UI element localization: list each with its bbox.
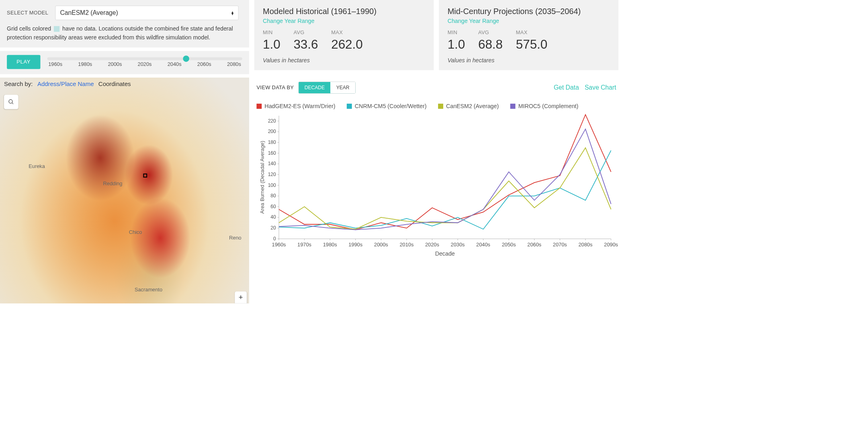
city-label-redding: Redding <box>103 181 123 187</box>
svg-text:2050s: 2050s <box>502 242 516 248</box>
search-coords-link[interactable]: Coordinates <box>98 80 131 87</box>
units-hint: Values in hectares <box>263 57 425 64</box>
legend-item[interactable]: MIROC5 (Complement) <box>510 103 579 109</box>
svg-text:1980s: 1980s <box>323 242 337 248</box>
change-year-range-link[interactable]: Change Year Range <box>263 18 425 24</box>
legend-swatch <box>347 104 352 109</box>
city-label-reno: Reno <box>229 235 242 241</box>
avg-label: AVG <box>293 29 318 35</box>
max-value: 575.0 <box>516 37 547 52</box>
timeline-tick: 1960s <box>48 61 62 67</box>
decade-toggle[interactable]: DECADE <box>299 82 330 94</box>
svg-text:2060s: 2060s <box>527 242 541 248</box>
nodata-swatch <box>54 26 59 32</box>
svg-text:2040s: 2040s <box>476 242 490 248</box>
svg-text:1990s: 1990s <box>348 242 362 248</box>
svg-text:2090s: 2090s <box>604 242 618 248</box>
city-label-sacramento: Sacramento <box>135 287 162 293</box>
timeline-tick: 2080s <box>227 61 241 67</box>
timeline-tick: 2040s <box>168 61 182 67</box>
svg-text:2080s: 2080s <box>578 242 592 248</box>
svg-text:2030s: 2030s <box>451 242 465 248</box>
slider-thumb[interactable] <box>183 55 190 62</box>
chart-legend: HadGEM2-ES (Warm/Drier)CNRM-CM5 (Cooler/… <box>254 103 618 109</box>
zoom-controls: + <box>235 291 247 303</box>
legend-item[interactable]: CanESM2 (Average) <box>438 103 499 109</box>
zoom-in-button[interactable]: + <box>235 291 247 303</box>
svg-text:Decade: Decade <box>435 250 455 257</box>
svg-text:20: 20 <box>270 225 276 231</box>
min-label: MIN <box>263 29 280 35</box>
timeline-ticks: 1960s1980s2000s2020s2040s2060s2080s <box>47 61 242 67</box>
svg-text:0: 0 <box>273 236 276 242</box>
svg-text:60: 60 <box>270 204 276 209</box>
svg-text:1960s: 1960s <box>272 242 286 248</box>
svg-text:1970s: 1970s <box>297 242 311 248</box>
select-model-dropdown[interactable]: CanESM2 (Average) ▴▾ <box>55 6 238 20</box>
search-by-label: Search by: <box>4 80 33 87</box>
model-panel: SELECT MODEL CanESM2 (Average) ▴▾ Grid c… <box>0 0 249 47</box>
svg-text:160: 160 <box>268 150 276 156</box>
svg-text:Area Burned (Decadal Average): Area Burned (Decadal Average) <box>259 141 265 213</box>
search-address-link[interactable]: Address/Place Name <box>37 80 94 87</box>
timeline-slider[interactable] <box>47 57 242 60</box>
note-text: Grid cells colored have no data. Locatio… <box>7 24 242 42</box>
timeline-tick: 2020s <box>138 61 152 67</box>
min-value: 1.0 <box>263 37 280 52</box>
year-toggle[interactable]: YEAR <box>330 82 355 94</box>
timeline-tick: 2060s <box>197 61 211 67</box>
city-label-eureka: Eureka <box>29 164 45 170</box>
line-chart: 0204060801001201401601802002201960s1970s… <box>254 113 618 259</box>
min-label: MIN <box>448 29 465 35</box>
svg-text:2020s: 2020s <box>425 242 439 248</box>
view-data-by-label: VIEW DATA BY <box>256 85 294 91</box>
svg-text:80: 80 <box>270 193 276 199</box>
stat-title: Mid-Century Projections (2035–2064) <box>448 7 610 16</box>
change-year-range-link[interactable]: Change Year Range <box>448 18 610 24</box>
stat-card-0: Modeled Historical (1961–1990) Change Ye… <box>254 0 434 70</box>
select-model-value: CanESM2 (Average) <box>60 9 118 17</box>
svg-point-0 <box>9 100 12 103</box>
get-data-link[interactable]: Get Data <box>554 84 579 92</box>
svg-text:140: 140 <box>268 161 276 166</box>
legend-swatch <box>510 104 516 109</box>
view-data-by-toggle: DECADE YEAR <box>299 82 356 94</box>
chevron-updown-icon: ▴▾ <box>231 10 233 15</box>
svg-text:100: 100 <box>268 182 276 188</box>
max-label: MAX <box>516 29 547 35</box>
svg-text:200: 200 <box>268 129 276 134</box>
units-hint: Values in hectares <box>448 57 610 64</box>
avg-label: AVG <box>478 29 503 35</box>
svg-line-1 <box>12 103 13 104</box>
max-label: MAX <box>331 29 362 35</box>
city-label-chico: Chico <box>129 229 142 236</box>
max-value: 262.0 <box>331 37 362 52</box>
svg-text:2010s: 2010s <box>399 242 414 248</box>
stat-title: Modeled Historical (1961–1990) <box>263 7 425 16</box>
play-button[interactable]: PLAY <box>7 55 40 69</box>
save-chart-link[interactable]: Save Chart <box>585 84 616 92</box>
select-model-label: SELECT MODEL <box>7 10 48 16</box>
svg-text:180: 180 <box>268 139 276 145</box>
svg-text:220: 220 <box>268 118 276 124</box>
timeline-tick: 2000s <box>108 61 122 67</box>
svg-text:2000s: 2000s <box>374 242 388 248</box>
svg-text:40: 40 <box>270 215 276 220</box>
legend-swatch <box>256 104 262 109</box>
stat-card-1: Mid-Century Projections (2035–2064) Chan… <box>439 0 618 70</box>
svg-text:120: 120 <box>268 172 276 177</box>
search-button[interactable] <box>4 95 18 109</box>
legend-item[interactable]: CNRM-CM5 (Cooler/Wetter) <box>347 103 427 109</box>
timeline-panel: PLAY 1960s1980s2000s2020s2040s2060s2080s <box>0 51 249 74</box>
svg-text:2070s: 2070s <box>553 242 567 248</box>
avg-value: 68.8 <box>478 37 503 52</box>
legend-swatch <box>438 104 443 109</box>
avg-value: 33.6 <box>293 37 318 52</box>
timeline-tick: 1980s <box>78 61 92 67</box>
map[interactable]: Search by: Address/Place Name Coordinate… <box>0 78 249 303</box>
search-icon <box>8 99 14 105</box>
legend-item[interactable]: HadGEM2-ES (Warm/Drier) <box>256 103 335 109</box>
map-marker <box>143 174 147 178</box>
min-value: 1.0 <box>448 37 465 52</box>
